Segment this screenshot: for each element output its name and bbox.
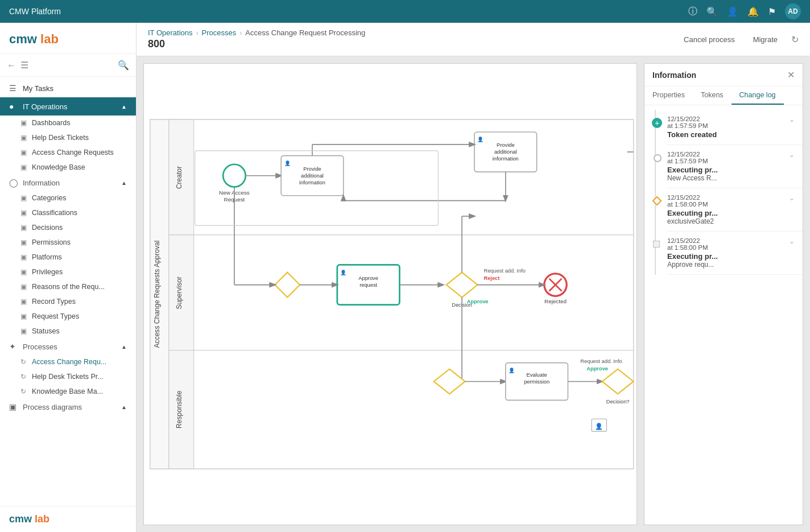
history-icon[interactable]: ↻ bbox=[791, 34, 799, 45]
record-types-label: Record Types bbox=[32, 298, 76, 306]
tab-tokens[interactable]: Tokens bbox=[693, 86, 732, 105]
migrate-button[interactable]: Migrate bbox=[749, 33, 782, 46]
breadcrumb-it-ops[interactable]: IT Operations bbox=[148, 28, 193, 37]
sidebar-item-knowledge-base-process[interactable]: ↻ Knowledge Base Ma... bbox=[0, 384, 136, 399]
app-title: CMW Platform bbox=[9, 7, 61, 16]
changelog-expand-4[interactable]: ⌄ bbox=[789, 237, 795, 245]
tab-change-log[interactable]: Change log bbox=[732, 86, 784, 105]
reasons-icon: ▣ bbox=[20, 283, 28, 291]
sidebar-section-information[interactable]: ◯ Information ▲ bbox=[0, 175, 136, 191]
changelog-title-1: Token created bbox=[667, 130, 717, 139]
sidebar-item-request-types[interactable]: ▣ Request Types bbox=[0, 309, 136, 324]
timeline-line bbox=[655, 110, 656, 275]
changelog-expand-1[interactable]: ⌄ bbox=[789, 116, 795, 123]
sidebar-item-permissions[interactable]: ▣ Permissions bbox=[0, 235, 136, 250]
changelog-date-3: 12/15/2022 bbox=[667, 194, 718, 201]
reasons-label: Reasons of the Requ... bbox=[32, 283, 105, 291]
footer-logo-cmw: cmw bbox=[9, 513, 32, 525]
diagram-canvas[interactable]: Access Change Requests Approval Creator … bbox=[143, 63, 637, 525]
dashboards-icon: ▣ bbox=[20, 119, 28, 127]
sidebar-item-record-types[interactable]: ▣ Record Types bbox=[0, 294, 136, 309]
breadcrumb-sep-2: › bbox=[239, 29, 242, 37]
processes-label: Processes bbox=[23, 343, 57, 351]
sidebar-item-reasons[interactable]: ▣ Reasons of the Requ... bbox=[0, 279, 136, 294]
main-layout: cmw lab ← ☰ 🔍 ☰ My Tasks ● IT Operations… bbox=[0, 23, 810, 532]
bpmn-diagram: Access Change Requests Approval Creator … bbox=[144, 64, 637, 525]
svg-text:Provide: Provide bbox=[303, 166, 321, 172]
sidebar-search-icon[interactable]: 🔍 bbox=[118, 60, 129, 71]
svg-text:Reject: Reject bbox=[483, 275, 499, 281]
svg-text:Request add. Info: Request add. Info bbox=[580, 358, 622, 364]
permissions-label: Permissions bbox=[32, 238, 71, 246]
help-icon[interactable]: ⓘ bbox=[688, 6, 697, 18]
categories-label: Categories bbox=[32, 194, 66, 202]
process-id: 800 bbox=[148, 38, 365, 50]
sidebar: cmw lab ← ☰ 🔍 ☰ My Tasks ● IT Operations… bbox=[0, 23, 137, 532]
sidebar-item-access-change[interactable]: ▣ Access Change Requests bbox=[0, 145, 136, 160]
user-avatar[interactable]: AD bbox=[785, 3, 801, 19]
breadcrumb-processes[interactable]: Processes bbox=[202, 28, 237, 37]
sidebar-item-knowledge-base[interactable]: ▣ Knowledge Base bbox=[0, 160, 136, 175]
toolbar-actions: Cancel process Migrate ↻ bbox=[679, 33, 799, 46]
sidebar-item-it-operations[interactable]: ● IT Operations ▲ bbox=[0, 97, 136, 116]
timeline-plus-dot: + bbox=[652, 118, 662, 128]
sidebar-item-platforms[interactable]: ▣ Platforms bbox=[0, 250, 136, 265]
timeline-container: + 12/15/2022 at 1:57:59 PM Token created… bbox=[644, 110, 803, 275]
changelog-item-2: 12/15/2022 at 1:57:59 PM Executing pr...… bbox=[667, 145, 803, 188]
sidebar-item-my-tasks[interactable]: ☰ My Tasks bbox=[0, 79, 136, 97]
access-change-process-label: Access Change Requ... bbox=[32, 358, 106, 366]
privileges-label: Privileges bbox=[32, 268, 63, 276]
platforms-label: Platforms bbox=[32, 253, 62, 261]
timeline-circle-dot bbox=[654, 154, 662, 162]
svg-text:👤: 👤 bbox=[595, 422, 603, 430]
breadcrumb-section: IT Operations › Processes › Access Chang… bbox=[148, 28, 365, 50]
svg-text:Request add. Info: Request add. Info bbox=[483, 268, 525, 274]
users-icon[interactable]: 👤 bbox=[727, 6, 738, 17]
record-types-icon: ▣ bbox=[20, 298, 28, 306]
sidebar-item-dashboards[interactable]: ▣ Dashboards bbox=[0, 116, 136, 130]
information-label: Information bbox=[23, 179, 60, 187]
bell-icon[interactable]: 🔔 bbox=[747, 6, 759, 17]
sidebar-item-categories[interactable]: ▣ Categories bbox=[0, 191, 136, 205]
svg-text:👤: 👤 bbox=[340, 269, 346, 276]
sidebar-item-help-desk-process[interactable]: ↻ Help Desk Tickets Pr... bbox=[0, 369, 136, 384]
sidebar-list-icon[interactable]: ☰ bbox=[20, 60, 28, 71]
dashboards-label: Dashboards bbox=[32, 119, 70, 127]
changelog-date-4: 12/15/2022 bbox=[667, 237, 718, 244]
flag-icon[interactable]: ⚑ bbox=[768, 6, 776, 17]
sidebar-collapse-icon[interactable]: ← bbox=[7, 60, 16, 71]
changelog-title-2: Executing pr... bbox=[667, 166, 718, 174]
changelog-time-2: at 1:57:59 PM bbox=[667, 158, 718, 164]
access-change-icon: ▣ bbox=[20, 149, 28, 156]
sidebar-item-access-change-process[interactable]: ↻ Access Change Requ... bbox=[0, 354, 136, 369]
svg-text:Supervisor: Supervisor bbox=[175, 277, 183, 310]
changelog-expand-3[interactable]: ⌄ bbox=[789, 194, 795, 202]
changelog-expand-2[interactable]: ⌄ bbox=[789, 151, 795, 159]
info-panel-close-button[interactable]: ✕ bbox=[787, 69, 795, 80]
help-desk-icon: ▣ bbox=[20, 134, 28, 142]
sidebar-item-decisions[interactable]: ▣ Decisions bbox=[0, 220, 136, 235]
sidebar-section-process-diagrams[interactable]: ▣ Process diagrams ▲ bbox=[0, 399, 136, 415]
changelog-item-3: 12/15/2022 at 1:58:00 PM Executing pr...… bbox=[667, 188, 803, 232]
process-diagrams-label: Process diagrams bbox=[23, 403, 82, 411]
sidebar-section-processes[interactable]: ✦ Processes ▲ bbox=[0, 339, 136, 354]
changelog-title-3: Executing pr... bbox=[667, 209, 718, 217]
sidebar-item-privileges[interactable]: ▣ Privileges bbox=[0, 265, 136, 279]
sidebar-item-help-desk[interactable]: ▣ Help Desk Tickets bbox=[0, 130, 136, 145]
svg-text:Rejected: Rejected bbox=[544, 298, 567, 304]
tab-properties[interactable]: Properties bbox=[644, 86, 693, 105]
cancel-process-button[interactable]: Cancel process bbox=[679, 33, 739, 46]
footer-logo-lab: lab bbox=[35, 513, 49, 525]
search-icon[interactable]: 🔍 bbox=[706, 6, 718, 17]
svg-text:👤: 👤 bbox=[477, 136, 483, 143]
svg-text:Approve: Approve bbox=[586, 366, 608, 372]
help-desk-process-icon: ↻ bbox=[20, 373, 28, 381]
help-desk-label: Help Desk Tickets bbox=[32, 134, 89, 142]
privileges-icon: ▣ bbox=[20, 268, 28, 276]
sidebar-item-statuses[interactable]: ▣ Statuses bbox=[0, 324, 136, 339]
timeline-square-dot bbox=[653, 241, 660, 248]
changelog-time-3: at 1:58:00 PM bbox=[667, 201, 718, 208]
request-types-icon: ▣ bbox=[20, 312, 28, 320]
sidebar-item-classifications[interactable]: ▣ Classifications bbox=[0, 205, 136, 220]
my-tasks-label: My Tasks bbox=[23, 84, 53, 93]
